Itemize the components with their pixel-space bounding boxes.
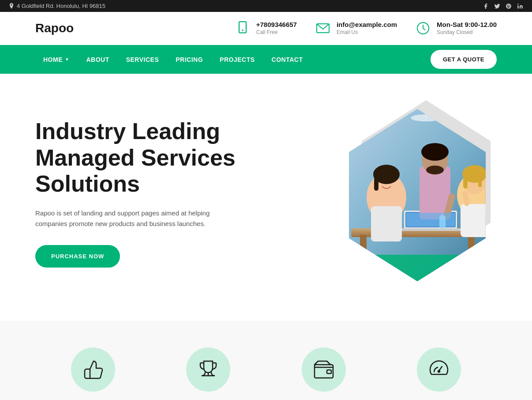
svg-point-26 xyxy=(426,166,444,174)
phone-label: Call Free xyxy=(256,29,297,36)
purchase-button[interactable]: PURCHASE NOW xyxy=(35,245,120,268)
phone-icon xyxy=(234,20,251,37)
twitter-link[interactable] xyxy=(494,3,500,9)
wallet-icon-wrap xyxy=(302,347,346,392)
nav-contact[interactable]: CONTACT xyxy=(264,46,311,73)
hero-image xyxy=(311,100,497,286)
main-nav: HOME ▼ ABOUT SERVICES PRICING PROJECTS C… xyxy=(0,45,532,74)
get-quote-button[interactable]: GET A QUOTE xyxy=(431,50,497,69)
hours-secondary: Sunday Closed xyxy=(437,29,497,36)
phone-text: +7809346657 Call Free xyxy=(256,20,297,36)
svg-point-44 xyxy=(438,370,440,372)
nav-services[interactable]: SERVICES xyxy=(118,46,167,73)
svg-rect-29 xyxy=(461,204,489,237)
email-address: info@example.com xyxy=(337,20,397,29)
hours-text: Mon-Sat 9:00-12.00 Sunday Closed xyxy=(437,20,497,36)
hero-title: Industry Leading Managed Services Soluti… xyxy=(35,118,278,197)
linkedin-link[interactable] xyxy=(517,3,523,9)
svg-rect-42 xyxy=(327,370,331,374)
feature-compare: Compare the best xyxy=(266,347,382,400)
top-bar: 4 Goldfield Rd. Honolulu, HI 96815 xyxy=(0,0,532,12)
pinterest-link[interactable] xyxy=(506,3,512,9)
email-contact: info@example.com Email Us xyxy=(315,20,397,37)
thumbsup-icon xyxy=(82,358,104,381)
wallet-icon xyxy=(313,358,335,381)
feature-advice: The right advice xyxy=(35,347,151,400)
svg-rect-38 xyxy=(441,214,444,217)
nav-projects[interactable]: PROJECTS xyxy=(212,46,262,73)
trophy-icon xyxy=(197,358,219,381)
phone-contact: +7809346657 Call Free xyxy=(234,20,297,37)
trophy-icon-wrap xyxy=(186,347,230,392)
svg-rect-33 xyxy=(478,177,482,187)
nav-home[interactable]: HOME ▼ xyxy=(35,46,77,73)
header-contacts: +7809346657 Call Free info@example.com E… xyxy=(234,20,497,37)
facebook-link[interactable] xyxy=(483,3,489,9)
svg-rect-19 xyxy=(371,206,402,242)
svg-rect-32 xyxy=(463,177,468,189)
svg-rect-41 xyxy=(315,365,333,378)
hours-primary: Mon-Sat 9:00-12.00 xyxy=(437,20,497,29)
feature-premium: Premium Services xyxy=(382,347,497,400)
svg-rect-37 xyxy=(439,216,446,228)
speedometer-icon-wrap xyxy=(417,347,461,392)
svg-rect-35 xyxy=(406,213,455,226)
svg-rect-22 xyxy=(374,177,378,191)
svg-rect-13 xyxy=(360,235,367,261)
email-label: Email Us xyxy=(337,29,397,36)
hero-content: Industry Leading Managed Services Soluti… xyxy=(35,118,278,268)
thumbsup-icon-wrap xyxy=(71,347,115,392)
site-header: Rapoo +7809346657 Call Free xyxy=(0,12,532,45)
svg-rect-14 xyxy=(468,235,475,261)
hero-section: Industry Leading Managed Services Soluti… xyxy=(0,74,532,321)
nav-links: HOME ▼ ABOUT SERVICES PRICING PROJECTS C… xyxy=(35,46,311,73)
email-text: info@example.com Email Us xyxy=(337,20,397,36)
svg-rect-36 xyxy=(338,255,497,281)
svg-rect-17 xyxy=(395,228,466,231)
feature-excellence: Recognised for excellence xyxy=(151,347,266,400)
address-bar: 4 Goldfield Rd. Honolulu, HI 96815 xyxy=(9,3,105,9)
clock-icon xyxy=(415,20,431,37)
email-icon xyxy=(315,20,331,37)
address-text: 4 Goldfield Rd. Honolulu, HI 96815 xyxy=(17,3,105,9)
speedometer-icon xyxy=(428,358,450,381)
svg-rect-1 xyxy=(239,22,246,33)
nav-pricing[interactable]: PRICING xyxy=(168,46,211,73)
nav-about[interactable]: ABOUT xyxy=(78,46,117,73)
location-icon xyxy=(9,3,14,9)
hero-description: Rapoo is set of landing and support page… xyxy=(35,208,229,229)
hours-contact: Mon-Sat 9:00-12.00 Sunday Closed xyxy=(415,20,497,37)
logo[interactable]: Rapoo xyxy=(35,21,74,35)
svg-point-6 xyxy=(360,119,386,126)
svg-point-25 xyxy=(421,143,449,161)
social-links[interactable] xyxy=(483,3,523,9)
phone-number: +7809346657 xyxy=(256,20,297,29)
dropdown-arrow: ▼ xyxy=(65,57,69,62)
svg-point-0 xyxy=(517,4,518,4)
features-section: The right advice Recognised for excellen… xyxy=(0,321,532,400)
